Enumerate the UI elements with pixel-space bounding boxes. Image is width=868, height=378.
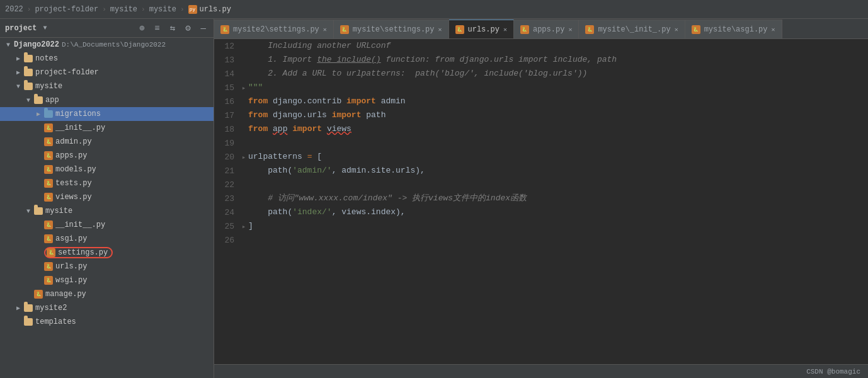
py-icon: 🐍 <box>44 193 53 202</box>
spacer <box>25 291 31 298</box>
sidebar-root[interactable]: ▼ Django2022 D:\A_Documents\Django2022 <box>0 38 214 52</box>
sidebar-item-mysite-init[interactable]: 🐍 __init__.py <box>0 218 214 232</box>
minimize-icon[interactable]: — <box>198 22 208 35</box>
py-icon: 🐍 <box>220 25 229 34</box>
py-icon: 🐍 <box>340 25 349 34</box>
close-tab-icon[interactable]: ✕ <box>438 26 442 33</box>
spacer <box>35 194 42 201</box>
tab-mysite-init[interactable]: 🐍 mysite\_init_.py ✕ <box>579 20 685 38</box>
sidebar-item-mysite-sub[interactable]: ▼ mysite <box>0 204 214 218</box>
sidebar-item-init-app[interactable]: 🐍 __init__.py <box>0 121 214 135</box>
sidebar-item-asgi[interactable]: 🐍 asgi.py <box>0 232 214 246</box>
sidebar-item-project-folder[interactable]: ▶ project-folder <box>0 66 214 79</box>
code-line-21: 21 path('admin/', admin.site.urls), <box>214 164 868 178</box>
spacer <box>15 319 21 326</box>
breadcrumb-project-folder[interactable]: project-folder <box>35 5 98 14</box>
chevron-right-icon: ▶ <box>35 110 42 118</box>
sidebar-item-views[interactable]: 🐍 views.py <box>0 190 214 204</box>
folder-icon <box>24 83 33 90</box>
code-line-18: 18 from app import views <box>214 122 868 136</box>
folder-icon <box>24 69 33 76</box>
sidebar-item-label: mysite2 <box>35 304 67 312</box>
sidebar-item-label: asgi.py <box>55 234 87 243</box>
collapse-icon[interactable]: ⇆ <box>168 21 178 35</box>
tab-urls[interactable]: 🐍 urls.py ✕ <box>449 20 514 38</box>
sidebar-item-notes[interactable]: ▶ notes <box>0 52 214 66</box>
add-file-icon[interactable]: ⊕ <box>137 21 147 35</box>
tab-mysite2-settings[interactable]: 🐍 mysite2\settings.py ✕ <box>214 20 334 38</box>
sidebar-item-urls[interactable]: 🐍 urls.py <box>0 260 214 273</box>
sidebar-tree: ▼ Django2022 D:\A_Documents\Django2022 ▶… <box>0 38 214 378</box>
chevron-down-icon: ▼ <box>15 83 21 90</box>
folder-icon <box>34 96 43 104</box>
sidebar-item-label: project-folder <box>35 68 99 77</box>
add-folder-icon[interactable]: ≡ <box>152 22 162 35</box>
sidebar-item-app[interactable]: ▼ app <box>0 93 214 107</box>
project-dropdown-icon[interactable]: ▼ <box>43 25 47 32</box>
editor-content[interactable]: 12 Including another URLconf 13 1. Impor… <box>214 39 868 364</box>
py-icon: 🐍 <box>520 25 529 34</box>
code-line-23: 23 # 访问"www.xxxx.com/index" -> 执行views文件… <box>214 192 868 205</box>
sidebar-item-apps[interactable]: 🐍 apps.py <box>0 149 214 163</box>
spacer <box>35 125 42 132</box>
sep2: › <box>102 6 106 13</box>
breadcrumb-2022[interactable]: 2022 <box>5 5 23 14</box>
tab-mysite-asgi[interactable]: 🐍 mysite\asgi.py ✕ <box>685 20 782 38</box>
py-icon: 🐍 <box>44 151 53 160</box>
sep3: › <box>141 6 146 13</box>
sidebar-item-migrations[interactable]: ▶ migrations <box>0 107 214 121</box>
status-bar: CSDN @bomagic <box>214 364 868 378</box>
sidebar-item-label: views.py <box>55 193 92 202</box>
spacer <box>35 263 42 270</box>
sidebar-item-label: wsgi.py <box>55 276 87 285</box>
sidebar-item-mysite2[interactable]: ▶ mysite2 <box>0 301 214 315</box>
spacer <box>35 236 42 243</box>
close-tab-icon[interactable]: ✕ <box>675 26 678 33</box>
close-tab-icon[interactable]: ✕ <box>323 26 327 33</box>
sidebar-item-templates[interactable]: templates <box>0 315 214 329</box>
code-line-13: 13 1. Import the include() function: fro… <box>214 53 868 67</box>
sidebar-item-label: templates <box>35 318 76 326</box>
sidebar-item-tests[interactable]: 🐍 tests.py <box>0 176 214 190</box>
folder-icon <box>34 207 43 215</box>
folder-icon <box>44 110 53 118</box>
root-label: Django2022 <box>14 40 59 49</box>
sidebar-item-label: settings.py <box>58 248 108 257</box>
py-icon: 🐍 <box>44 220 53 229</box>
sidebar: project ▼ ⊕ ≡ ⇆ ⚙ — ▼ Django2022 D:\A_Do… <box>0 19 214 378</box>
sidebar-item-mysite[interactable]: ▼ mysite <box>0 79 214 93</box>
chevron-down-icon: ▼ <box>25 97 31 104</box>
sidebar-item-models[interactable]: 🐍 models.py <box>0 163 214 176</box>
spacer <box>35 249 42 256</box>
folder-icon <box>24 304 33 312</box>
close-tab-icon[interactable]: ✕ <box>503 26 507 33</box>
sidebar-toolbar: project ▼ ⊕ ≡ ⇆ ⚙ — <box>0 19 214 38</box>
code-line-15: 15 ▸ """ <box>214 81 868 94</box>
close-tab-icon[interactable]: ✕ <box>772 26 775 33</box>
chevron-right-icon: ▶ <box>15 304 21 312</box>
breadcrumb-mysite2[interactable]: mysite <box>149 5 176 14</box>
sidebar-project-label: project <box>5 24 37 33</box>
breadcrumb-mysite1[interactable]: mysite <box>110 5 137 14</box>
sidebar-item-label: mysite <box>35 82 62 91</box>
code-line-12: 12 Including another URLconf <box>214 39 868 53</box>
sidebar-item-label: urls.py <box>55 262 87 271</box>
settings-icon[interactable]: ⚙ <box>183 21 193 35</box>
sidebar-item-wsgi[interactable]: 🐍 wsgi.py <box>0 273 214 287</box>
sidebar-item-manage[interactable]: 🐍 manage.py <box>0 287 214 301</box>
tab-apps[interactable]: 🐍 apps.py ✕ <box>514 20 579 38</box>
sidebar-item-admin[interactable]: 🐍 admin.py <box>0 135 214 149</box>
tab-mysite-settings[interactable]: 🐍 mysite\settings.py ✕ <box>334 20 449 38</box>
py-icon: 🐍 <box>44 165 53 174</box>
code-line-17: 17 from django.urls import path <box>214 108 868 122</box>
breadcrumb-urls[interactable]: py urls.py <box>188 5 231 14</box>
sidebar-item-label: apps.py <box>55 151 87 160</box>
py-icon: 🐍 <box>44 262 53 271</box>
root-path: D:\A_Documents\Django2022 <box>62 41 166 49</box>
sidebar-item-label: migrations <box>55 110 101 118</box>
sidebar-item-settings[interactable]: 🐍 settings.py <box>0 246 214 260</box>
close-tab-icon[interactable]: ✕ <box>568 26 572 33</box>
py-icon: 🐍 <box>585 25 594 34</box>
sep4: › <box>180 6 185 13</box>
sidebar-item-label: app <box>45 96 59 105</box>
